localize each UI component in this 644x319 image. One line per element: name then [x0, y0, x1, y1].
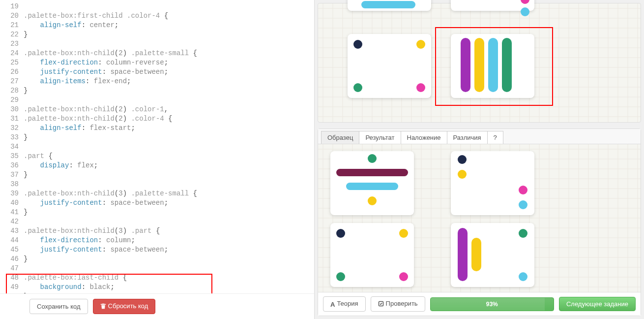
top-preview — [318, 3, 641, 123]
line-number: 49 — [0, 283, 24, 292]
code-line[interactable]: 27 align-items: flex-end; — [0, 77, 314, 86]
line-number: 39 — [0, 189, 24, 198]
line-number: 31 — [0, 114, 24, 124]
sample-preview — [318, 144, 641, 292]
line-number: 25 — [0, 58, 24, 67]
code-editor[interactable]: 1920.palette-box:first-child .color-4 {2… — [0, 0, 314, 293]
code-line[interactable]: 42 — [0, 217, 314, 226]
line-content[interactable]: .palette-box:first-child .color-4 { — [24, 11, 314, 21]
code-line[interactable]: 35.part { — [0, 152, 314, 161]
reset-code-button[interactable]: Сбросить код — [93, 299, 156, 314]
code-line[interactable]: 22} — [0, 30, 314, 39]
line-content[interactable]: justify-content: space-between; — [24, 67, 314, 77]
line-content[interactable]: } — [24, 133, 314, 142]
code-line[interactable]: 20.palette-box:first-child .color-4 { — [0, 11, 314, 21]
tab-help[interactable]: ? — [487, 131, 503, 144]
line-content[interactable]: .palette-box:nth-child(2) .color-4 { — [24, 114, 314, 124]
line-number: 30 — [0, 105, 24, 114]
code-line[interactable]: 50} — [0, 292, 314, 293]
bottom-toolbar: AТеория Проверить 93% Следующее задание — [318, 292, 641, 316]
code-line[interactable]: 39.palette-box:nth-child(3) .palette-sma… — [0, 189, 314, 198]
line-content[interactable]: align-self: center; — [24, 21, 314, 30]
code-line[interactable]: 21 align-self: center; — [0, 21, 314, 30]
code-line[interactable]: 38 — [0, 180, 314, 189]
line-content[interactable]: .part { — [24, 152, 314, 161]
line-content[interactable]: .palette-box:nth-child(3) .palette-small… — [24, 189, 314, 198]
line-content[interactable]: align-items: flex-end; — [24, 77, 314, 86]
line-number: 41 — [0, 208, 24, 217]
line-content[interactable] — [24, 96, 314, 105]
code-line[interactable]: 49 background: black; — [0, 283, 314, 292]
line-content[interactable]: } — [24, 86, 314, 96]
code-line[interactable]: 30.palette-box:nth-child(2) .color-1, — [0, 105, 314, 114]
code-line[interactable]: 45 justify-content: space-between; — [0, 245, 314, 255]
line-content[interactable]: align-self: flex-start; — [24, 124, 314, 133]
code-line[interactable]: 25 flex-direction: column-reverse; — [0, 58, 314, 67]
line-number: 26 — [0, 67, 24, 77]
next-task-button[interactable]: Следующее задание — [559, 297, 636, 311]
tab-result[interactable]: Результат — [359, 131, 401, 144]
code-line[interactable]: 41} — [0, 208, 314, 217]
check-button[interactable]: Проверить — [371, 296, 425, 312]
line-content[interactable]: .palette-box:last-child { — [24, 273, 314, 283]
line-content[interactable]: display: flex; — [24, 161, 314, 170]
line-content[interactable]: .palette-box:nth-child(2) .palette-small… — [24, 49, 314, 58]
editor-toolbar: Сохранить код Сбросить код — [0, 293, 314, 319]
code-line[interactable]: 46} — [0, 255, 314, 264]
line-number: 44 — [0, 236, 24, 245]
tab-overlay[interactable]: Наложение — [401, 131, 447, 144]
code-line[interactable]: 40 justify-content: space-between; — [0, 198, 314, 208]
line-number: 37 — [0, 170, 24, 180]
line-content[interactable] — [24, 180, 314, 189]
save-code-button[interactable]: Сохранить код — [29, 299, 88, 314]
line-content[interactable]: } — [24, 30, 314, 39]
line-content[interactable] — [24, 217, 314, 226]
code-line[interactable]: 33} — [0, 133, 314, 142]
palette-box — [451, 151, 534, 215]
line-number: 21 — [0, 21, 24, 30]
line-content[interactable]: justify-content: space-between; — [24, 245, 314, 255]
line-content[interactable]: justify-content: space-between; — [24, 198, 314, 208]
check-icon — [378, 301, 384, 308]
line-content[interactable]: } — [24, 255, 314, 264]
code-line[interactable]: 43.palette-box:nth-child(3) .part { — [0, 226, 314, 236]
code-line[interactable]: 44 flex-direction: column; — [0, 236, 314, 245]
line-content[interactable] — [24, 39, 314, 49]
code-line[interactable]: 32 align-self: flex-start; — [0, 124, 314, 133]
code-line[interactable]: 24.palette-box:nth-child(2) .palette-sma… — [0, 49, 314, 58]
line-number: 24 — [0, 49, 24, 58]
line-content[interactable] — [24, 264, 314, 273]
code-line[interactable]: 36 display: flex; — [0, 161, 314, 170]
line-content[interactable] — [24, 2, 314, 11]
tab-sample[interactable]: Образец — [321, 131, 359, 144]
code-line[interactable]: 26 justify-content: space-between; — [0, 67, 314, 77]
code-line[interactable]: 37} — [0, 170, 314, 180]
line-content[interactable]: } — [24, 208, 314, 217]
line-number: 23 — [0, 39, 24, 49]
line-number: 38 — [0, 180, 24, 189]
line-content[interactable]: flex-direction: column; — [24, 236, 314, 245]
code-line[interactable]: 47 — [0, 264, 314, 273]
code-line[interactable]: 19 — [0, 2, 314, 11]
line-content[interactable] — [24, 142, 314, 152]
tab-diff[interactable]: Различия — [447, 131, 488, 144]
code-line[interactable]: 29 — [0, 96, 314, 105]
line-number: 35 — [0, 152, 24, 161]
line-content[interactable]: flex-direction: column-reverse; — [24, 58, 314, 67]
line-content[interactable]: .palette-box:nth-child(2) .color-1, — [24, 105, 314, 114]
code-line[interactable]: 28} — [0, 86, 314, 96]
code-line[interactable]: 31.palette-box:nth-child(2) .color-4 { — [0, 114, 314, 124]
theory-button[interactable]: AТеория — [323, 296, 366, 312]
line-content[interactable]: } — [24, 170, 314, 180]
palette-box — [348, 34, 431, 98]
line-content[interactable]: } — [24, 292, 314, 293]
line-content[interactable]: .palette-box:nth-child(3) .part { — [24, 226, 314, 236]
line-number: 36 — [0, 161, 24, 170]
code-line[interactable]: 48.palette-box:last-child { — [0, 273, 314, 283]
line-content[interactable]: background: black; — [24, 283, 314, 292]
font-icon: A — [330, 301, 335, 308]
check-label: Проверить — [386, 300, 418, 307]
code-line[interactable]: 23 — [0, 39, 314, 49]
palette-box — [451, 223, 534, 287]
code-line[interactable]: 34 — [0, 142, 314, 152]
